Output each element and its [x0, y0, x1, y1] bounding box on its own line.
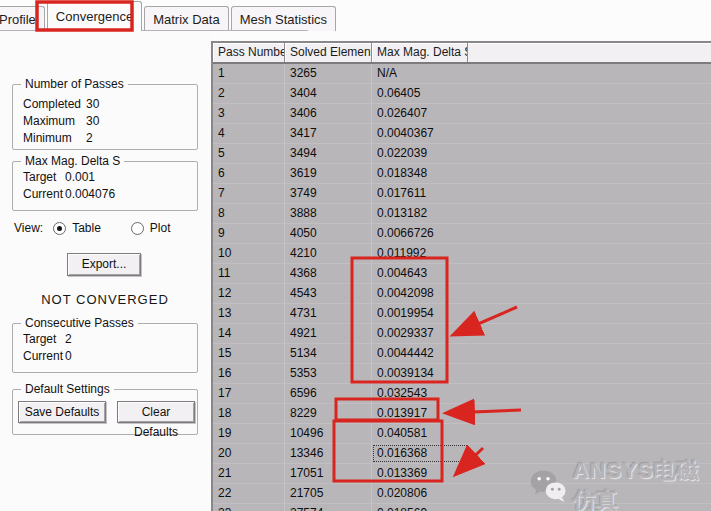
pass-number-cell[interactable]: 17 — [213, 384, 285, 403]
solved-elements-cell[interactable]: 27574 — [285, 504, 372, 511]
pass-number-cell[interactable]: 7 — [213, 184, 285, 203]
table-row[interactable]: 1653530.0039134 — [213, 364, 711, 384]
max-mag-delta-s-column-header[interactable]: Max Mag. Delta S — [372, 43, 468, 62]
pass-number-column-header[interactable]: Pass Number — [213, 43, 285, 62]
max-mag-delta-s-cell[interactable]: 0.016368 — [372, 444, 468, 463]
max-mag-delta-s-cell[interactable]: 0.0040367 — [372, 124, 468, 143]
solved-elements-cell[interactable]: 3494 — [285, 144, 372, 163]
table-row[interactable]: 737490.017611 — [213, 184, 711, 204]
max-mag-delta-s-cell[interactable]: 0.018569 — [372, 504, 468, 511]
solved-elements-cell[interactable]: 13346 — [285, 444, 372, 463]
max-mag-delta-s-cell[interactable]: 0.004643 — [372, 264, 468, 283]
max-mag-delta-s-cell[interactable]: 0.026407 — [372, 104, 468, 123]
max-mag-delta-s-cell[interactable]: 0.013182 — [372, 204, 468, 223]
max-mag-delta-s-cell[interactable]: 0.017611 — [372, 184, 468, 203]
plot-radio-label[interactable]: Plot — [150, 221, 171, 235]
pass-number-cell[interactable]: 19 — [213, 424, 285, 443]
solved-elements-cell[interactable]: 3619 — [285, 164, 372, 183]
table-row[interactable]: 940500.0066726 — [213, 224, 711, 244]
solved-elements-cell[interactable]: 4921 — [285, 324, 372, 343]
table-row[interactable]: 334060.026407 — [213, 104, 711, 124]
max-mag-delta-s-cell[interactable]: 0.0029337 — [372, 324, 468, 343]
export-button[interactable]: Export... — [67, 253, 141, 276]
table-row[interactable]: 22217050.020806 — [213, 484, 711, 504]
table-row[interactable]: 13265N/A — [213, 64, 711, 84]
solved-elements-cell[interactable]: 4731 — [285, 304, 372, 323]
pass-number-cell[interactable]: 6 — [213, 164, 285, 183]
table-row[interactable]: 21170510.013369 — [213, 464, 711, 484]
pass-number-cell[interactable]: 14 — [213, 324, 285, 343]
max-mag-delta-s-cell[interactable]: 0.0066726 — [372, 224, 468, 243]
solved-elements-column-header[interactable]: Solved Elements — [285, 43, 372, 62]
table-row[interactable]: 20133460.016368 — [213, 444, 711, 464]
table-row[interactable]: 1449210.0029337 — [213, 324, 711, 344]
max-mag-delta-s-cell[interactable]: 0.013369 — [372, 464, 468, 483]
table-row[interactable]: 1143680.004643 — [213, 264, 711, 284]
pass-number-cell[interactable]: 2 — [213, 84, 285, 103]
pass-number-cell[interactable]: 20 — [213, 444, 285, 463]
solved-elements-cell[interactable]: 3406 — [285, 104, 372, 123]
pass-number-cell[interactable]: 4 — [213, 124, 285, 143]
solved-elements-cell[interactable]: 4543 — [285, 284, 372, 303]
solved-elements-cell[interactable]: 3265 — [285, 64, 372, 83]
pass-number-cell[interactable]: 3 — [213, 104, 285, 123]
table-row[interactable]: 1042100.011992 — [213, 244, 711, 264]
max-mag-delta-s-cell[interactable]: N/A — [372, 64, 468, 83]
solved-elements-cell[interactable]: 5134 — [285, 344, 372, 363]
table-row[interactable]: 534940.022039 — [213, 144, 711, 164]
max-mag-delta-s-cell[interactable]: 0.013917 — [372, 404, 468, 423]
pass-number-cell[interactable]: 8 — [213, 204, 285, 223]
pass-number-cell[interactable]: 9 — [213, 224, 285, 243]
solved-elements-cell[interactable]: 4050 — [285, 224, 372, 243]
table-row[interactable]: 838880.013182 — [213, 204, 711, 224]
solved-elements-cell[interactable]: 8229 — [285, 404, 372, 423]
solved-elements-cell[interactable]: 6596 — [285, 384, 372, 403]
tab-mesh-statistics[interactable]: Mesh Statistics — [231, 6, 336, 31]
clear-defaults-button[interactable]: Clear Defaults — [117, 401, 195, 423]
pass-number-cell[interactable]: 21 — [213, 464, 285, 483]
solved-elements-cell[interactable]: 5353 — [285, 364, 372, 383]
plot-radio[interactable] — [131, 222, 144, 235]
max-mag-delta-s-cell[interactable]: 0.011992 — [372, 244, 468, 263]
solved-elements-cell[interactable]: 3404 — [285, 84, 372, 103]
solved-elements-cell[interactable]: 3888 — [285, 204, 372, 223]
max-mag-delta-s-cell[interactable]: 0.022039 — [372, 144, 468, 163]
pass-number-cell[interactable]: 5 — [213, 144, 285, 163]
table-radio-label[interactable]: Table — [72, 221, 101, 235]
pass-number-cell[interactable]: 18 — [213, 404, 285, 423]
pass-number-cell[interactable]: 22 — [213, 484, 285, 503]
max-mag-delta-s-cell[interactable]: 0.0042098 — [372, 284, 468, 303]
table-row[interactable]: 19104960.040581 — [213, 424, 711, 444]
max-mag-delta-s-cell[interactable]: 0.018348 — [372, 164, 468, 183]
table-row[interactable]: 1765960.032543 — [213, 384, 711, 404]
max-mag-delta-s-cell[interactable]: 0.0044442 — [372, 344, 468, 363]
table-row[interactable]: 636190.018348 — [213, 164, 711, 184]
pass-number-cell[interactable]: 12 — [213, 284, 285, 303]
solved-elements-cell[interactable]: 4368 — [285, 264, 372, 283]
table-row[interactable]: 434170.0040367 — [213, 124, 711, 144]
pass-number-cell[interactable]: 10 — [213, 244, 285, 263]
max-mag-delta-s-cell[interactable]: 0.020806 — [372, 484, 468, 503]
table-row[interactable]: 234040.06405 — [213, 84, 711, 104]
save-defaults-button[interactable]: Save Defaults — [18, 401, 106, 423]
max-mag-delta-s-cell[interactable]: 0.032543 — [372, 384, 468, 403]
table-row[interactable]: 1882290.013917 — [213, 404, 711, 424]
pass-number-cell[interactable]: 11 — [213, 264, 285, 283]
solved-elements-cell[interactable]: 10496 — [285, 424, 372, 443]
tab-matrix-data[interactable]: Matrix Data — [144, 6, 228, 31]
table-row[interactable]: 1551340.0044442 — [213, 344, 711, 364]
max-mag-delta-s-cell[interactable]: 0.0039134 — [372, 364, 468, 383]
table-row[interactable]: 1347310.0019954 — [213, 304, 711, 324]
max-mag-delta-s-cell[interactable]: 0.06405 — [372, 84, 468, 103]
max-mag-delta-s-cell[interactable]: 0.0019954 — [372, 304, 468, 323]
table-radio[interactable] — [53, 222, 66, 235]
pass-number-cell[interactable]: 1 — [213, 64, 285, 83]
pass-number-cell[interactable]: 15 — [213, 344, 285, 363]
solved-elements-cell[interactable]: 3749 — [285, 184, 372, 203]
pass-number-cell[interactable]: 13 — [213, 304, 285, 323]
solved-elements-cell[interactable]: 17051 — [285, 464, 372, 483]
pass-number-cell[interactable]: 16 — [213, 364, 285, 383]
pass-number-cell[interactable]: 23 — [213, 504, 285, 511]
max-mag-delta-s-cell[interactable]: 0.040581 — [372, 424, 468, 443]
tab-profile[interactable]: Profile — [0, 6, 45, 31]
